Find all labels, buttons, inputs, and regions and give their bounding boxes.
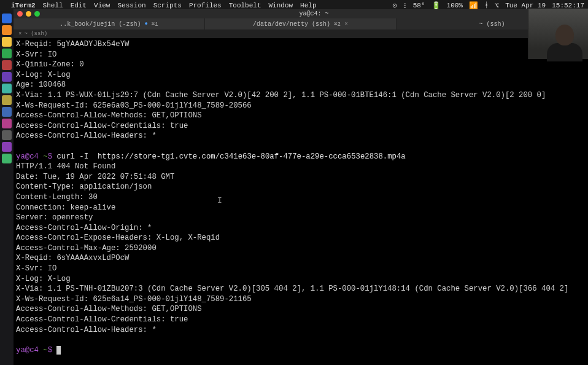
terminal-tabbar: ..k_book/juejin (-zsh) ● ⌘1 /data/dev/ne… [14,18,588,29]
menu-scripts[interactable]: Scripts [153,2,182,9]
output-line: Access-Control-Allow-Methods: GET,OPTION… [16,305,202,313]
window-title: ya@c4: ~ [40,10,588,17]
tab-3-label: ~ (ssh) [479,21,505,28]
output-line: Access-Control-Max-Age: 2592000 [16,244,157,253]
output-line: Access-Control-Allow-Headers: * [16,326,157,334]
weather-temp[interactable]: 58° [413,2,425,9]
dock-app-9[interactable] [2,107,12,117]
pane-close-icon[interactable]: × [18,31,21,37]
battery-percent[interactable]: 100% [447,2,463,9]
dock-app-6[interactable] [2,72,12,82]
output-line: Access-Control-Allow-Credentials: true [16,122,188,130]
close-window-button[interactable] [17,11,23,17]
menu-toolbelt[interactable]: Toolbelt [229,2,261,9]
dock-app-8[interactable] [2,95,12,105]
dock-app-3[interactable] [2,37,12,47]
output-line: X-Ws-Request-Id: 625e6a03_PS-000-01jlY14… [16,101,252,110]
output-line: Server: openresty [16,213,93,222]
output-line: X-Via: 1.1 PS-TNH-01ZBu207:3 (Cdn Cache … [16,285,568,293]
macos-dock [0,11,14,365]
output-line: Access-Control-Expose-Headers: X-Log, X-… [16,234,220,242]
output-line: X-Log: X-Log [16,71,71,79]
output-line: Connection: keep-alive [16,203,115,212]
tab-2[interactable]: /data/dev/netty (ssh) ⌘2 × [205,18,397,29]
output-line: X-Svr: IO [16,264,56,273]
dock-app-5[interactable] [2,60,12,70]
command-1: curl -I https://store-tg1.cvte.com/c341e… [56,152,405,161]
tab-1-badge: ● [144,21,147,27]
menu-shell[interactable]: Shell [43,2,63,9]
output-line: Date: Tue, 19 Apr 2022 07:51:48 GMT [16,173,174,181]
tab-2-shortcut: ⌘2 [334,21,341,28]
window-titlebar: ya@c4: ~ [14,9,588,18]
output-line: X-Reqid: 6sYAAAAxvxLdPOcW [16,254,129,262]
dock-app-2[interactable] [2,25,12,35]
menu-view[interactable]: View [94,2,110,9]
output-line: X-Qiniu-Zone: 0 [16,60,84,69]
menubar-app-name[interactable]: iTerm2 [11,2,36,9]
tab-2-label: /data/dev/netty (ssh) [253,21,330,28]
menu-profiles[interactable]: Profiles [189,2,222,9]
tab-2-close-icon[interactable]: × [344,21,348,28]
dock-app-12[interactable] [2,142,12,152]
tab-1-label: ..k_book/juejin (-zsh) [60,21,141,28]
pane-title: ~ (ssh) [24,31,47,37]
menu-session[interactable]: Session [117,2,145,9]
tab-1[interactable]: ..k_book/juejin (-zsh) ● ⌘1 [14,18,205,29]
output-line: Access-Control-Allow-Methods: GET,OPTION… [16,111,202,120]
output-line: X-Reqid: 5gYAAADYJBx54eYW [16,40,129,49]
output-line: Access-Control-Allow-Credentials: true [16,315,188,324]
dock-app-4[interactable] [2,49,12,58]
prompt-userhost-2: ya@c4 [16,346,39,355]
terminal-cursor[interactable] [56,346,61,355]
bluetooth-icon[interactable]: ᚼ [484,1,489,10]
menu-window[interactable]: Window [269,2,293,9]
prompt-path-2: ~ [43,346,47,355]
output-line: HTTP/1.1 404 Not Found [16,162,115,171]
webcam-person-head [555,25,574,45]
prompt-path: ~ [43,152,47,161]
tab-1-shortcut: ⌘1 [152,21,158,28]
output-line: Access-Control-Allow-Headers: * [16,131,157,140]
minimize-window-button[interactable] [26,11,31,17]
output-line: X-Svr: IO [16,50,56,59]
prompt-symbol: $ [48,152,52,161]
text-caret-icon: I [217,196,222,206]
dock-app-10[interactable] [2,119,12,128]
terminal-output[interactable]: X-Reqid: 5gYAAADYJBx54eYW X-Svr: IO X-Qi… [14,38,588,365]
output-line: X-Ws-Request-Id: 625e6a14_PS-000-01jlY14… [16,295,252,304]
dock-app-11[interactable] [2,130,12,140]
dock-app-7[interactable] [2,84,12,93]
output-line: X-Via: 1.1 PS-WUX-01Ljs29:7 (Cdn Cache S… [16,91,546,100]
pane-title-bar: × ~ (ssh) [14,29,588,38]
output-line: Access-Control-Allow-Origin: * [16,224,152,232]
output-line: Content-Type: application/json [16,182,152,191]
output-line: X-Log: X-Log [16,275,71,283]
prompt-userhost: ya@c4 [16,152,39,161]
dock-app-1[interactable] [2,14,12,23]
menu-edit[interactable]: Edit [71,2,87,9]
prompt-symbol-2: $ [48,346,52,355]
webcam-person-body [547,43,582,61]
fullscreen-window-button[interactable] [34,11,40,17]
menu-help[interactable]: Help [300,2,316,9]
dock-app-13[interactable] [2,154,12,163]
menubar-left: iTerm2 Shell Edit View Session Scripts P… [4,2,317,9]
output-line: Content-Length: 30 [16,193,98,202]
output-line: Age: 100468 [16,80,66,89]
webcam-overlay [528,9,588,59]
traffic-lights [14,11,40,17]
